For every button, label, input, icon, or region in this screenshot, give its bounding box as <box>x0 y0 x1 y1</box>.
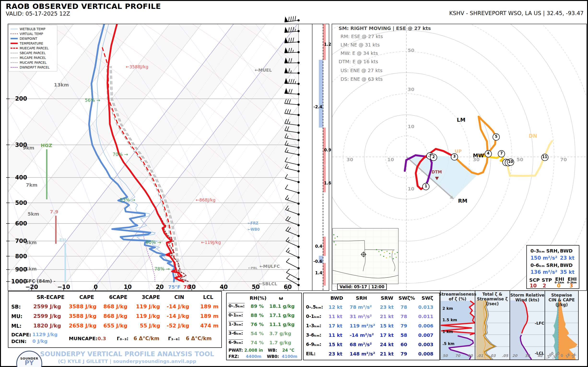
sb-3cape: 119 J/kg <box>136 303 160 309</box>
sb-cin: -14 J/kg <box>167 303 189 309</box>
shear-row-label: 0-1ₖₘ: <box>306 314 321 319</box>
mini-xtick: .05 <box>502 354 508 358</box>
footer-line2: (C) KYLE J GILLETT | sounderpysoundings.… <box>36 358 218 364</box>
ml-cape: 2658 J/kg <box>69 323 97 329</box>
rh-header: RH(%) <box>250 295 267 301</box>
hodo-label-rm: RM <box>458 198 467 204</box>
col-header-cin: CIN <box>174 294 184 300</box>
thermo-table: SR-ECAPE CAPE 6CAPE 3CAPE CIN LCL SB: 25… <box>8 291 222 348</box>
level-annotation: ←MUEL <box>255 67 272 73</box>
bwd-0-3-label: BWD <box>560 248 573 254</box>
rh-table: RH(%) ω 0-.5ₖₘ: 89 % 18.1 g/kg 0-1ₖₘ: 88… <box>226 293 302 360</box>
ml-6cape: 655 J/kg <box>103 323 127 329</box>
skewt-legend: WETBULB TEMP VIRTUAL TEMP DEWPOINT TEMPE… <box>9 25 57 71</box>
wind-barb <box>286 259 299 269</box>
stp-label: STP <box>542 277 552 283</box>
level-annotation: ←MULFC <box>259 264 280 269</box>
srh-0-3-label: 0-3ₖₘ SRH, <box>530 248 559 254</box>
gamma-3-6-value: 6 Δ°C/km <box>186 336 212 341</box>
shear-cell: 0.003 <box>418 342 433 347</box>
shear-cell: 15 kt <box>380 323 394 329</box>
legend-label: MUECAPE PARCEL <box>20 46 48 50</box>
temp-axis-tick: 50 <box>252 284 260 290</box>
shear-cell: 148 m²/s² <box>350 351 375 357</box>
rh-row-label: 3-6ₖₘ: <box>229 331 243 336</box>
srh-summary-box: 0-3ₖₘ SRH, BWD 150 m²/s² 23 kt 0-6ₖₘ SRH… <box>526 245 579 289</box>
w-value: 1.7 g/kg <box>269 340 291 345</box>
shear-cell: 23 kt <box>380 304 394 310</box>
row-label-sb: SB: <box>11 304 21 310</box>
hodo-ring-label: 10 <box>387 157 394 162</box>
pressure-label: 600 <box>15 220 27 227</box>
stp-value: 2 <box>543 283 546 289</box>
shear-cell: 78 <box>400 304 407 310</box>
mucape-line-icon <box>10 62 18 63</box>
rh-row-label: 0-1ₖₘ: <box>229 312 243 317</box>
level-bar-label: EIL <box>59 237 67 243</box>
wb-label: WB: <box>268 348 277 353</box>
row-label-ml: ML: <box>11 323 22 329</box>
shear-cell: 24 kt <box>380 342 394 347</box>
virtualtemp-line-icon <box>10 33 18 34</box>
omega-label: -2.4 <box>313 104 322 109</box>
shear-cell: 0.011 <box>418 314 433 319</box>
col-header-srecape: SR-ECAPE <box>37 294 64 300</box>
shear-row-label: 0-.5ₖₘ: <box>306 304 323 309</box>
ml-srecape: 1820 J/kg <box>33 323 61 329</box>
mini-ytick: 1 km <box>442 329 453 334</box>
rh-value: 88 % <box>251 312 264 318</box>
mini-xtick: 20 <box>512 354 517 358</box>
station-title: KSHV - SHREVEPORT WSO, LA US | 32.45, -9… <box>449 10 584 16</box>
srh-0-3-value: 150 m²/s² <box>530 255 557 261</box>
shear-cell: 60 <box>400 342 407 347</box>
level-annotation: ←PBL <box>248 266 258 270</box>
omega-label: 1.6 <box>324 181 331 185</box>
shear-cell: 0.006 <box>418 323 433 329</box>
dwndrft-line-icon <box>10 67 18 67</box>
srw-header: SRW <box>381 295 393 301</box>
mu-cin: -14 J/kg <box>167 313 189 319</box>
frz-label: FRZ: <box>229 354 239 359</box>
rh-annotation: 70% → <box>113 152 128 157</box>
muncape-label: MUNCAPE: <box>69 336 97 341</box>
level-annotation: ←FRZ <box>248 221 258 225</box>
logo-py-letters: PY <box>25 359 34 367</box>
footer-line1: SOUNDERPY VERTICAL PROFILE ANALYSIS TOOL <box>36 350 218 358</box>
frz-value: 4400m <box>246 354 261 359</box>
shear-cell: 17 kt <box>380 332 394 338</box>
pressure-label: 800 <box>15 253 27 260</box>
legend-label: WETBULB TEMP <box>20 27 45 31</box>
wind-barb <box>286 248 300 259</box>
hodo-marker-11: 11 <box>541 154 548 161</box>
bwd-header: BWD <box>330 295 343 301</box>
hodo-marker-7: 7 <box>498 150 505 157</box>
mini-title: Storm Relative <box>510 293 545 298</box>
height-label: 13km <box>54 82 69 88</box>
level-bar-label: 7.9 <box>50 209 58 215</box>
hodo-marker-4: 4 <box>485 150 492 157</box>
w-value: 3.7 g/kg <box>269 331 291 336</box>
lfc-label: -LFC <box>535 321 544 325</box>
hodo-label-lm: LM <box>457 117 466 123</box>
storm-motion-lm: LM: NE @ 31 kts <box>340 42 380 48</box>
wb-value: 24 °C <box>282 348 294 353</box>
bwd-0-6-label: BWD <box>560 262 573 268</box>
rh-value: 54 % <box>251 331 264 336</box>
mu-lcl: 189 m <box>200 313 219 319</box>
hodo-marker-5: 5 <box>493 133 500 141</box>
hodo-label-dtm: DTM <box>432 170 442 174</box>
row-label-mu: MU: <box>11 314 22 319</box>
mini-xtick: .03 <box>489 354 496 358</box>
rh-value: 76 % <box>251 321 264 327</box>
mini-title: CIN & CAPE <box>548 298 575 302</box>
shear-cell: -14 m²/s² <box>350 332 374 338</box>
surface-temp-marker: 78 <box>183 284 190 290</box>
shear-table: BWD SRH SRW SWζ% SWζ 0-.5ₖₘ:12 kt78 m²/s… <box>303 293 440 360</box>
mini-title: Streamwise ζ <box>477 297 508 301</box>
legend-label: VIRTUAL TEMP <box>20 32 43 36</box>
dewpoint-line-icon <box>10 38 18 39</box>
col-header-6cape: 6CAPE <box>109 294 127 300</box>
shear-cell: 79 <box>400 323 407 329</box>
mini-xtick: .01 <box>477 354 483 358</box>
shear-cell: 11 kt <box>329 332 342 338</box>
